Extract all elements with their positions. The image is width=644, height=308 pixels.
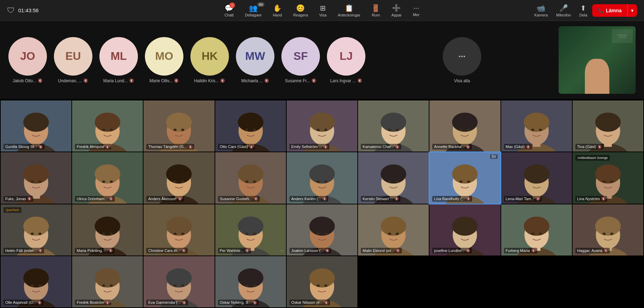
participant-name-label: josefine Lundbe... 🔇 xyxy=(432,248,472,253)
video-cell: Tina (Gäst) 🔇 xyxy=(573,100,643,152)
hand-button[interactable]: ✋ Hand xyxy=(268,2,287,19)
mic-label: Mikrofon xyxy=(556,13,571,17)
mic-muted-icon: 🔇 xyxy=(526,145,530,149)
video-cell: Max (Gäst) 🔇 xyxy=(501,100,572,152)
participants-button-wrap: 👥 Deltagare 50 xyxy=(240,2,267,19)
video-cell: Gunilla Skoog St... 🔇 xyxy=(1,100,71,152)
svg-point-3 xyxy=(23,113,49,132)
svg-point-65 xyxy=(110,181,113,183)
svg-point-69 xyxy=(166,164,192,184)
participant-name-label: Susanne Gustafs... 🔇 xyxy=(218,196,260,202)
participant-name-label: Ulrica Dohnham... 🔇 xyxy=(75,196,115,202)
react-button[interactable]: 😊 Reagera xyxy=(288,2,313,19)
svg-point-53 xyxy=(610,128,613,131)
react-label: Reagera xyxy=(293,13,308,17)
svg-point-94 xyxy=(460,181,463,183)
svg-point-125 xyxy=(181,232,184,235)
svg-point-59 xyxy=(38,181,42,183)
video-cell: Oskar Nyberg, S... 🔇 xyxy=(215,256,286,307)
mic-muted-icon: 🔇 xyxy=(264,78,269,83)
mic-muted-icon: 🔇 xyxy=(27,197,31,201)
video-cell: Maria Pränting, ... 🔇 xyxy=(72,204,143,255)
video-cell: Eva Garmendia (... 🔇 xyxy=(144,256,214,307)
svg-point-35 xyxy=(396,128,399,131)
svg-point-177 xyxy=(166,268,192,287)
participant-name-label: Anders Karlén (... 🔇 xyxy=(289,196,329,202)
svg-point-131 xyxy=(253,232,256,235)
svg-point-34 xyxy=(388,128,391,131)
video-cell: Anders Åkesson 🔇 xyxy=(144,152,214,203)
leave-button[interactable]: 📞 Lämna ▾ xyxy=(592,4,637,17)
svg-point-113 xyxy=(38,232,42,235)
svg-point-129 xyxy=(238,216,263,236)
svg-point-123 xyxy=(166,216,192,236)
svg-point-117 xyxy=(95,216,120,236)
share-icon: ⬆ xyxy=(580,4,586,12)
chat-button[interactable]: 💬 Chatt xyxy=(219,2,238,19)
avatar-item: ML Maria Lund... 🔇 xyxy=(99,37,138,83)
avatar-item: HK Halldin Kris... 🔇 xyxy=(190,37,229,83)
video-cell: Thomas Tängdén (G... 🔇 xyxy=(144,100,214,152)
show-all-label: Visa alla xyxy=(454,78,470,83)
mic-muted-icon: 🔇 xyxy=(253,301,257,304)
notes-button[interactable]: 📋 Anteckningar xyxy=(333,2,365,19)
view-label: Visa xyxy=(319,13,327,17)
participant-name-label: Annette Backha... 🔇 xyxy=(432,144,472,149)
svg-point-64 xyxy=(102,181,105,183)
svg-point-17 xyxy=(181,128,184,131)
video-cell: Lena-Mari Tam... 🔇 xyxy=(501,152,572,203)
avatar-name: Jakob Otto... 🔇 xyxy=(13,78,43,83)
room-button[interactable]: 🚪 Rum xyxy=(366,2,385,19)
share-button[interactable]: ⬆ Dela xyxy=(576,2,591,19)
participant-name-label: Fredrik Boström 🔇 xyxy=(75,300,111,305)
leave-chevron[interactable]: ▾ xyxy=(627,4,637,17)
view-button[interactable]: ⊞ Visa xyxy=(314,2,331,19)
avatar-circle: MO xyxy=(145,37,183,76)
svg-point-118 xyxy=(102,232,105,235)
participant-name-label: Thomas Tängdén (G... 🔇 xyxy=(146,144,194,149)
camera-label: Kamera xyxy=(534,13,548,17)
svg-point-23 xyxy=(253,128,256,131)
top-bar: 🛡 01:43:56 💬 Chatt ! 👥 Deltagare 50 ✋ Ha… xyxy=(0,0,644,21)
mic-muted-icon: 🔇 xyxy=(536,197,540,201)
mic-muted-icon: 🔇 xyxy=(174,78,179,83)
more-button[interactable]: ··· Mer xyxy=(408,2,425,19)
svg-point-5 xyxy=(38,128,42,131)
avatar-name: Lars Ingvar ... 🔇 xyxy=(330,78,362,83)
room-icon: 🚪 xyxy=(371,4,380,12)
mic-muted-icon: 🔇 xyxy=(188,145,192,149)
video-cell: Susanne Gustafs... 🔇 xyxy=(215,152,286,203)
show-all-button[interactable]: ··· Visa alla xyxy=(443,37,481,83)
participant-name-label: Helén Fält (exter... 🔇 xyxy=(4,248,44,253)
svg-point-15 xyxy=(166,113,192,132)
participant-name-label: Max (Gäst) 🔇 xyxy=(504,144,532,149)
timer: 01:43:56 xyxy=(18,7,38,13)
svg-point-41 xyxy=(467,128,470,131)
svg-point-9 xyxy=(95,113,120,132)
svg-point-99 xyxy=(524,164,549,184)
camera-icon: 📹 xyxy=(537,4,545,12)
svg-point-190 xyxy=(316,284,320,287)
phone-icon: 📞 xyxy=(598,8,604,13)
svg-point-111 xyxy=(23,216,49,236)
participant-name-label: Oskar Nyberg, S... 🔇 xyxy=(218,300,259,305)
avatar-circle: ML xyxy=(99,37,138,76)
video-cell: Oskar Nilsson (e... 🔇 xyxy=(287,256,357,307)
svg-point-22 xyxy=(245,128,248,131)
leave-main[interactable]: 📞 Lämna xyxy=(592,8,627,13)
mic-button[interactable]: 🎤 Mikrofon xyxy=(553,2,574,19)
apps-button[interactable]: ➕ Appar xyxy=(386,2,406,19)
hand-label: Hand xyxy=(273,13,282,17)
video-cell: Anders Karlén (... 🔇 xyxy=(287,152,357,203)
svg-point-88 xyxy=(388,181,391,183)
svg-point-82 xyxy=(316,181,320,183)
avatar-circle: MW xyxy=(236,37,274,76)
svg-point-107 xyxy=(610,181,613,183)
avatar-item: MO Marie Olliv... 🔇 xyxy=(145,37,183,83)
participants-icon: 👥 xyxy=(249,4,258,12)
svg-point-179 xyxy=(181,284,184,287)
camera-button[interactable]: 📹 Kamera xyxy=(531,2,552,19)
mic-muted-icon: 🔇 xyxy=(249,145,253,149)
avatar-name: Michaela ... 🔇 xyxy=(241,78,269,83)
svg-point-183 xyxy=(238,268,263,287)
